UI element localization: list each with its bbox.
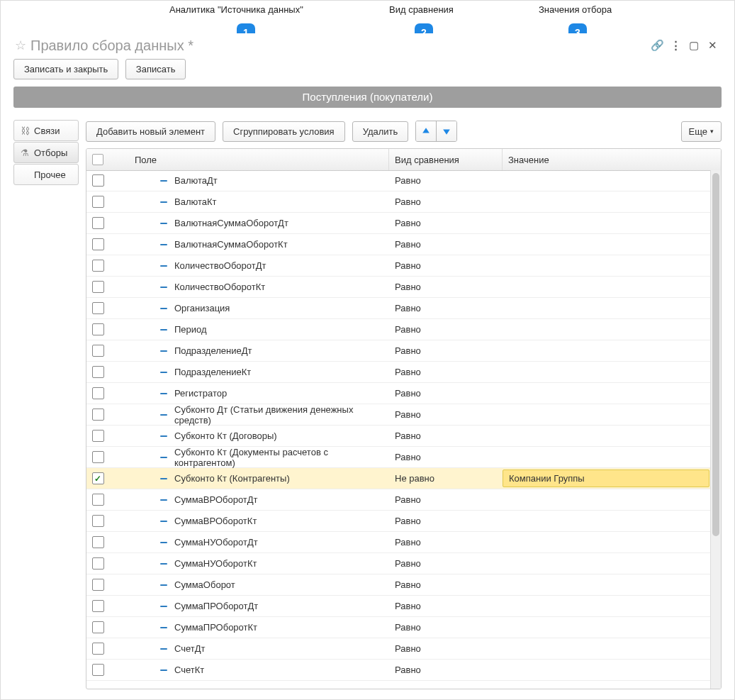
comparison-cell[interactable]: Равно: [389, 409, 503, 420]
move-down-button[interactable]: [436, 121, 456, 141]
table-row[interactable]: СуммаВРОборотДтРавно: [86, 489, 711, 511]
row-checkbox[interactable]: [92, 515, 104, 527]
comparison-cell[interactable]: Равно: [389, 218, 503, 228]
table-row[interactable]: КоличествоОборотДтРавно: [86, 255, 711, 277]
link-icon[interactable]: 🔗: [648, 36, 666, 55]
comparison-cell[interactable]: Равно: [389, 303, 503, 313]
table-row[interactable]: РегистраторРавно: [86, 383, 711, 404]
group-conditions-button[interactable]: Сгруппировать условия: [223, 121, 345, 142]
table-row[interactable]: ВалютнаяСуммаОборотДтРавно: [86, 213, 711, 234]
row-checkbox[interactable]: [92, 643, 104, 655]
column-value[interactable]: Значение: [503, 149, 721, 170]
comparison-cell[interactable]: Равно: [389, 367, 503, 377]
row-checkbox[interactable]: [92, 260, 104, 272]
row-checkbox[interactable]: [92, 217, 104, 229]
row-checkbox[interactable]: [92, 174, 104, 187]
row-checkbox[interactable]: [92, 557, 104, 570]
table-row[interactable]: СуммаНУОборотДтРавно: [86, 532, 711, 553]
comparison-cell[interactable]: Равно: [389, 175, 503, 186]
column-comparison[interactable]: Вид сравнения: [389, 149, 503, 170]
value-cell[interactable]: Компании Группы: [503, 470, 709, 487]
table-row[interactable]: ВалютаДтРавно: [86, 170, 711, 191]
table-row[interactable]: ПодразделениеДтРавно: [86, 340, 711, 362]
sidebar-item-2[interactable]: Прочее: [13, 164, 79, 185]
table-row[interactable]: ПериодРавно: [86, 319, 711, 340]
table-row[interactable]: ВалютнаяСуммаОборотКтРавно: [86, 234, 711, 255]
table-row[interactable]: ВалютаКтРавно: [86, 191, 711, 213]
table-row[interactable]: Субконто Кт (Договоры)Равно: [86, 426, 711, 447]
table-row[interactable]: СуммаПРОборотДтРавно: [86, 596, 711, 617]
save-button[interactable]: Записать: [125, 59, 186, 79]
row-checkbox[interactable]: [92, 238, 104, 250]
comparison-cell[interactable]: Равно: [389, 388, 503, 399]
row-checkbox[interactable]: [92, 621, 104, 633]
comparison-cell[interactable]: Равно: [389, 579, 503, 590]
row-checkbox[interactable]: [92, 579, 104, 591]
row-checkbox[interactable]: [92, 387, 104, 399]
table-row[interactable]: СуммаПРОборотКтРавно: [86, 617, 711, 638]
close-icon[interactable]: ✕: [703, 36, 722, 55]
comparison-cell[interactable]: Равно: [389, 494, 503, 505]
row-checkbox[interactable]: [92, 366, 104, 378]
comparison-cell[interactable]: Равно: [389, 558, 503, 569]
comparison-cell[interactable]: Равно: [389, 643, 503, 654]
table-row[interactable]: СуммаОборотРавно: [86, 574, 711, 596]
save-and-close-button[interactable]: Записать и закрыть: [13, 59, 118, 79]
row-checkbox[interactable]: [92, 494, 104, 506]
move-up-button[interactable]: [416, 121, 436, 141]
more-button[interactable]: Еще▾: [681, 121, 722, 142]
row-checkbox[interactable]: [92, 536, 104, 548]
comparison-cell[interactable]: Не равно: [389, 473, 503, 484]
vertical-scrollbar[interactable]: [710, 170, 721, 689]
more-menu-icon[interactable]: ⋮: [666, 36, 685, 55]
sidebar-item-label: Прочее: [34, 170, 66, 180]
scrollbar-thumb[interactable]: [712, 173, 719, 536]
comparison-cell[interactable]: Равно: [389, 665, 503, 675]
row-checkbox[interactable]: [92, 196, 104, 208]
table-row[interactable]: СуммаВРОборотКтРавно: [86, 511, 711, 532]
table-row[interactable]: СчетКтРавно: [86, 660, 711, 681]
table-row[interactable]: ✓Субконто Кт (Контрагенты)Не равноКомпан…: [86, 468, 711, 489]
field-name: Организация: [174, 303, 230, 313]
row-checkbox[interactable]: [92, 409, 104, 421]
table-row[interactable]: Субконто Кт (Документы расчетов с контра…: [86, 447, 711, 468]
table-row[interactable]: СчетДтРавно: [86, 638, 711, 660]
comparison-cell[interactable]: Равно: [389, 516, 503, 526]
comparison-cell[interactable]: Равно: [389, 196, 503, 207]
row-checkbox[interactable]: [92, 430, 104, 442]
table-row[interactable]: ОрганизацияРавно: [86, 298, 711, 319]
sidebar-item-1[interactable]: ⚗Отборы: [13, 142, 79, 163]
comparison-cell[interactable]: Равно: [389, 239, 503, 250]
row-checkbox[interactable]: [92, 345, 104, 357]
row-checkbox[interactable]: [92, 302, 104, 314]
comparison-cell[interactable]: Равно: [389, 537, 503, 548]
comparison-cell[interactable]: Равно: [389, 452, 503, 462]
table-row[interactable]: КоличествоОборотКтРавно: [86, 277, 711, 298]
row-checkbox[interactable]: [92, 323, 104, 335]
comparison-cell[interactable]: Равно: [389, 324, 503, 335]
comparison-cell[interactable]: Равно: [389, 282, 503, 292]
header-checkbox[interactable]: [92, 154, 103, 165]
maximize-icon[interactable]: ▢: [685, 36, 703, 55]
row-checkbox[interactable]: [92, 451, 104, 463]
field-name: СуммаВРОборотКт: [174, 516, 257, 526]
table-row[interactable]: СуммаНУОборотКтРавно: [86, 553, 711, 574]
comparison-cell[interactable]: Равно: [389, 430, 503, 441]
row-checkbox[interactable]: [92, 600, 104, 612]
table-row[interactable]: ПодразделениеКтРавно: [86, 362, 711, 383]
sidebar-item-0[interactable]: ⛓Связи: [13, 120, 79, 141]
comparison-cell[interactable]: Равно: [389, 260, 503, 271]
table-row[interactable]: Субконто Дт (Статьи движения денежных ср…: [86, 404, 711, 426]
favorite-star-icon[interactable]: ☆: [15, 38, 26, 53]
comparison-cell[interactable]: Равно: [389, 345, 503, 356]
delete-button[interactable]: Удалить: [352, 121, 409, 142]
add-element-button[interactable]: Добавить новый элемент: [86, 121, 215, 142]
row-checkbox[interactable]: [92, 664, 104, 676]
sidebar-item-label: Отборы: [34, 148, 67, 158]
field-dash-icon: [160, 201, 167, 203]
row-checkbox[interactable]: ✓: [92, 472, 104, 484]
row-checkbox[interactable]: [92, 281, 104, 293]
comparison-cell[interactable]: Равно: [389, 601, 503, 611]
column-field[interactable]: Поле: [109, 149, 389, 170]
comparison-cell[interactable]: Равно: [389, 622, 503, 633]
